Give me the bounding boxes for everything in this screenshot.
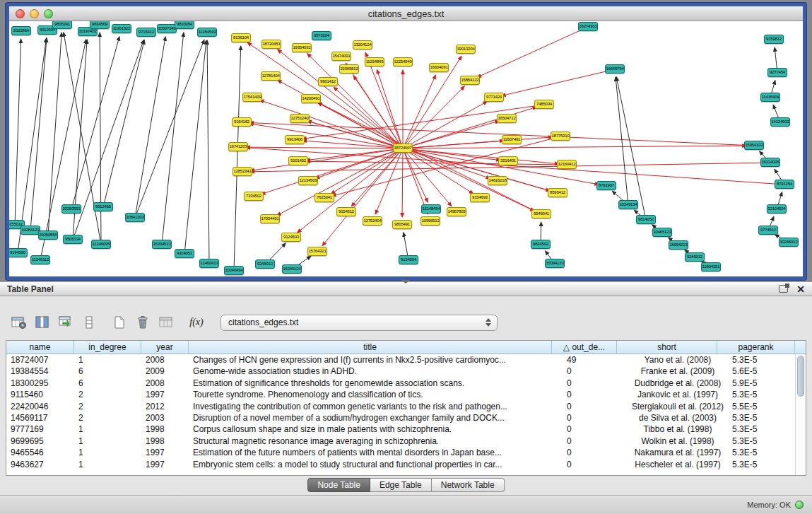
graph-node[interactable]: 16504712: [497, 114, 517, 123]
row-height-button[interactable]: [78, 313, 100, 332]
column-header-3[interactable]: title: [189, 341, 552, 354]
edit-table-button[interactable]: [55, 313, 76, 332]
table-row[interactable]: 1456911722003Disruption of a novel membe…: [6, 412, 806, 424]
new-column-button[interactable]: [109, 313, 130, 332]
graph-node[interactable]: 14957805: [447, 207, 466, 216]
graph-node[interactable]: 12752404: [363, 216, 382, 226]
graph-node[interactable]: 14124503: [770, 117, 790, 127]
scrollbar-thumb[interactable]: [797, 356, 804, 397]
graph-node[interactable]: 9277454: [767, 68, 787, 77]
table-vertical-scrollbar[interactable]: [795, 354, 806, 475]
graph-node[interactable]: 8136104: [231, 33, 251, 42]
graph-node[interactable]: 12134509: [298, 176, 318, 185]
graph-node[interactable]: 9154312: [336, 207, 356, 216]
graph-node[interactable]: 16234095: [760, 158, 780, 167]
column-header-0[interactable]: name: [6, 341, 74, 354]
graph-node[interactable]: 16094213: [669, 240, 688, 250]
graph-node[interactable]: 11246112: [30, 255, 50, 264]
graph-node[interactable]: 11804251: [701, 262, 721, 271]
close-window-button[interactable]: [16, 9, 25, 18]
graph-node[interactable]: 2025864: [11, 26, 31, 35]
graph-node[interactable]: 15094123: [545, 259, 565, 268]
graph-node[interactable]: 9774512: [758, 226, 778, 235]
graph-node[interactable]: 7485034: [534, 100, 554, 109]
graph-node[interactable]: 12160412: [557, 160, 577, 169]
graph-node[interactable]: 9505134: [63, 235, 83, 244]
graph-node[interactable]: 20260550: [38, 230, 58, 240]
graph-node[interactable]: 9549341: [531, 209, 551, 218]
graph-node[interactable]: 15204513: [152, 240, 172, 249]
graph-node[interactable]: 15854122: [460, 76, 480, 85]
graph-node[interactable]: 16604091: [429, 63, 449, 72]
table-selector-dropdown[interactable]: citations_edges.txt: [220, 315, 498, 331]
table-options-button[interactable]: [8, 313, 30, 332]
table-row[interactable]: 1872400712008Changes of HCN gene express…: [6, 354, 806, 366]
graph-node[interactable]: 20260551: [61, 204, 81, 214]
graph-node[interactable]: 22065812: [339, 64, 359, 74]
graph-node[interactable]: 19354032: [292, 43, 312, 52]
graph-node[interactable]: 9154693: [470, 193, 490, 202]
table-row[interactable]: 2242004622012Investigating the contribut…: [6, 401, 806, 412]
graph-node[interactable]: 9715412: [136, 28, 156, 37]
graph-node[interactable]: 9801412: [318, 77, 338, 86]
graph-node[interactable]: 17034451: [260, 214, 280, 223]
tab-edge-table[interactable]: Edge Table: [370, 478, 432, 492]
graph-node[interactable]: 15148454: [421, 204, 441, 214]
function-builder-button[interactable]: f(x): [186, 313, 207, 332]
memory-status-icon[interactable]: [795, 501, 804, 509]
column-header-5[interactable]: short: [617, 341, 717, 354]
column-header-1[interactable]: in_degree: [74, 341, 141, 354]
graph-node[interactable]: 9124504: [399, 255, 418, 264]
import-table-button[interactable]: [155, 313, 177, 332]
graph-node[interactable]: 9159812: [764, 35, 784, 44]
graph-node[interactable]: 9810364: [175, 21, 194, 29]
graph-node[interactable]: 17541409: [242, 93, 262, 102]
graph-node[interactable]: 9814052: [636, 215, 656, 224]
graph-node[interactable]: 8791254: [775, 180, 794, 189]
table-row[interactable]: 911546021997Tourette syndrome. Phenomeno…: [6, 389, 806, 400]
graph-node[interactable]: 19013204: [456, 45, 476, 54]
float-panel-icon[interactable]: [779, 285, 788, 293]
graph-node[interactable]: 9806341: [52, 21, 72, 29]
graph-node[interactable]: 11607491: [502, 135, 522, 144]
graph-node[interactable]: 12852341: [233, 167, 252, 176]
table-row[interactable]: 977716911998Corpus callosum shape and si…: [6, 424, 806, 435]
graph-node[interactable]: 7625341: [314, 193, 334, 202]
graph-node[interactable]: 13204124: [353, 40, 372, 49]
table-row[interactable]: 946554611997Estimation of the future num…: [6, 447, 806, 458]
tab-node-table[interactable]: Node Table: [307, 478, 370, 492]
graph-node[interactable]: 12254549: [393, 57, 413, 66]
graph-node[interactable]: 12460413: [199, 259, 219, 268]
graph-node[interactable]: 11246095: [91, 240, 111, 249]
column-header-6[interactable]: pagerank: [717, 341, 795, 354]
graph-node[interactable]: 10284123: [20, 226, 40, 235]
show-columns-button[interactable]: [32, 313, 53, 332]
tab-network-table[interactable]: Network Table: [432, 478, 505, 492]
graph-node[interactable]: 15954102: [744, 141, 764, 150]
graph-node[interactable]: 12781404: [261, 71, 281, 81]
graph-node[interactable]: 15474091: [331, 52, 351, 61]
graph-node[interactable]: 16648794: [605, 64, 625, 74]
graph-node[interactable]: 10246013: [779, 238, 799, 247]
graph-node[interactable]: 11254843: [365, 57, 384, 66]
column-header-4[interactable]: △ out_de...: [552, 341, 617, 354]
graph-node[interactable]: 9245012: [685, 252, 705, 262]
graph-node[interactable]: 12104504: [767, 204, 787, 214]
graph-node[interactable]: 10465123: [652, 228, 672, 237]
window-titlebar[interactable]: citations_edges.txt: [9, 6, 803, 21]
panel-divider-handle[interactable]: [401, 280, 410, 284]
graph-node[interactable]: 3216401: [498, 156, 518, 165]
graph-node[interactable]: 9912450: [93, 202, 113, 211]
graph-node[interactable]: 9245013: [255, 259, 275, 269]
table-row[interactable]: 946362711997Embryonic stem cells: a mode…: [6, 459, 806, 470]
graph-node[interactable]: 10507340: [157, 24, 177, 33]
table-row[interactable]: 1830029562008Estimation of significance …: [6, 378, 806, 389]
graph-node[interactable]: 9124503: [281, 233, 301, 242]
graph-node[interactable]: 10841203: [125, 213, 145, 222]
minimize-window-button[interactable]: [30, 9, 39, 18]
graph-node[interactable]: 9101452: [288, 156, 308, 165]
table-row[interactable]: 1938455462009Genome-wide association stu…: [6, 366, 806, 377]
graph-node[interactable]: 9913406: [285, 135, 305, 144]
graph-node[interactable]: 9824502: [531, 240, 551, 249]
graph-node[interactable]: 15764321: [307, 247, 327, 256]
